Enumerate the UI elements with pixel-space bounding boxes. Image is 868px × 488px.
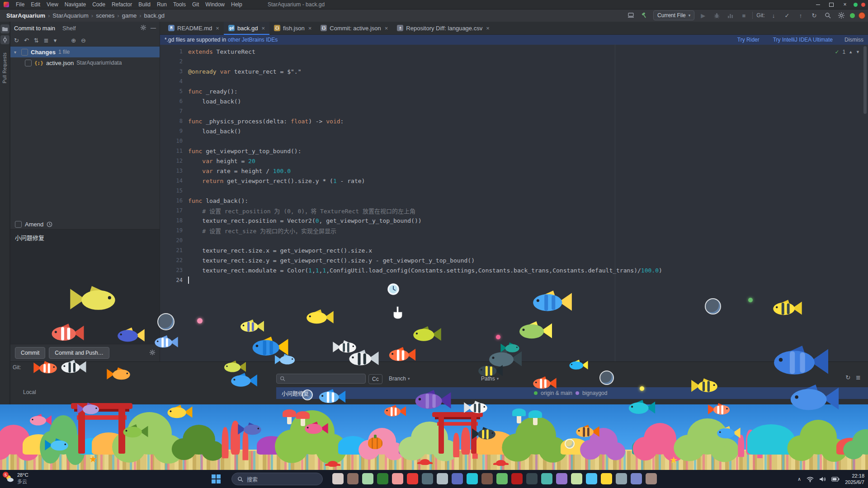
- coral: [127, 412, 172, 455]
- taskbar-app-icon-21[interactable]: [631, 473, 642, 484]
- coral: [399, 438, 426, 455]
- bubble: [565, 439, 575, 449]
- pixel-fish: [568, 360, 589, 372]
- coral: [338, 436, 368, 455]
- volume-icon[interactable]: [819, 476, 826, 482]
- taskbar-app-icon-14[interactable]: [526, 473, 538, 484]
- pixel-fish: [488, 349, 523, 370]
- screen: FileEditViewNavigateCodeRefactorBuildRun…: [0, 0, 868, 488]
- coral: [92, 432, 126, 455]
- battery-icon[interactable]: [831, 477, 840, 482]
- taskbar-app-icon-13[interactable]: [511, 473, 523, 484]
- coral: [590, 428, 618, 455]
- star-aquarium-overlay: ★★: [0, 0, 868, 488]
- pixel-fish: [462, 401, 489, 416]
- coral: [257, 436, 286, 455]
- bubble: [705, 298, 721, 314]
- notification-badge: 5: [3, 472, 9, 478]
- pixel-fish: [318, 389, 347, 406]
- temperature-label: 28°C: [17, 472, 28, 479]
- coral: [515, 417, 556, 455]
- coral: [368, 428, 396, 455]
- weather-widget[interactable]: 5 28°C 多云: [5, 472, 28, 485]
- pixel-fish: [154, 335, 179, 351]
- taskbar-app-icon-8[interactable]: [437, 473, 448, 484]
- pixel-fish: [383, 405, 407, 419]
- pixel-fish: [117, 327, 145, 345]
- pixel-fish: [472, 427, 496, 443]
- coral: [49, 415, 78, 455]
- pixel-fish: [500, 343, 520, 355]
- glow-dot: [640, 386, 644, 391]
- taskbar-app-icon-5[interactable]: [392, 473, 403, 484]
- pixel-fish: [51, 324, 85, 344]
- taskbar-app-icons: [332, 473, 657, 484]
- pixel-fish: [332, 340, 357, 356]
- pixel-fish: [274, 354, 295, 367]
- taskbar-app-icon-9[interactable]: [452, 473, 463, 484]
- mushroom: [512, 407, 526, 423]
- coral: [644, 423, 677, 455]
- coral: [461, 427, 470, 455]
- system-tray: ∧ 22:18 2025/6/7: [797, 470, 864, 488]
- coral: [231, 421, 240, 455]
- pixel-fish: [167, 405, 193, 421]
- torii-gate: [436, 412, 479, 454]
- taskbar-app-icon-19[interactable]: [601, 473, 612, 484]
- pixel-fish: [388, 347, 416, 364]
- clock-widget[interactable]: 22:18 2025/6/7: [845, 473, 864, 485]
- taskbar-app-icon-17[interactable]: [571, 473, 582, 484]
- tray-chevron-up-icon[interactable]: ∧: [797, 476, 801, 482]
- coral: [747, 424, 795, 455]
- pixel-fish: [523, 291, 582, 315]
- pixel-fish: [716, 426, 742, 441]
- taskbar-app-icon-15[interactable]: [541, 473, 552, 484]
- pixel-fish: [60, 360, 87, 376]
- taskbar-app-icon-1[interactable]: [332, 473, 344, 484]
- pixel-fish: [781, 385, 849, 414]
- taskbar-app-icon-12[interactable]: [496, 473, 508, 484]
- taskbar-app-icon-7[interactable]: [422, 473, 433, 484]
- pixel-fish: [413, 390, 453, 413]
- taskbar-app-icon-16[interactable]: [556, 473, 567, 484]
- taskbar-app-icon-4[interactable]: [377, 473, 388, 484]
- pumpkin: [368, 437, 382, 449]
- taskbar-app-icon-10[interactable]: [467, 473, 478, 484]
- pixel-fish: [773, 299, 802, 319]
- pixel-fish: [54, 286, 131, 314]
- pixel-fish: [306, 307, 334, 329]
- coral: [183, 425, 216, 455]
- coral: [411, 422, 448, 455]
- hand-cursor-icon: [392, 306, 404, 321]
- seabed-water: [0, 404, 868, 470]
- coral: [687, 418, 727, 455]
- mushroom: [283, 408, 296, 424]
- wifi-icon[interactable]: [807, 476, 814, 482]
- mushroom: [528, 408, 542, 425]
- pixel-fish: [237, 422, 262, 438]
- taskbar-app-icon-11[interactable]: [481, 473, 493, 484]
- tray-time-label: 22:18: [852, 473, 864, 479]
- coral: [632, 439, 657, 455]
- taskbar-app-icon-6[interactable]: [407, 473, 418, 484]
- glow-dot: [748, 298, 753, 302]
- coral: [476, 431, 514, 455]
- coral: [0, 425, 30, 455]
- coral: [852, 429, 868, 455]
- taskbar-app-icon-3[interactable]: [362, 473, 373, 484]
- pixel-fish: [348, 350, 380, 369]
- star: ★: [89, 454, 97, 465]
- taskbar-app-icon-20[interactable]: [616, 473, 627, 484]
- pixel-fish: [251, 337, 289, 359]
- start-button[interactable]: [212, 474, 221, 483]
- crab: [496, 460, 506, 466]
- search-icon: [237, 476, 243, 482]
- pixel-fish: [303, 422, 330, 437]
- taskbar-app-icon-18[interactable]: [586, 473, 597, 484]
- taskbar-app-icon-2[interactable]: [347, 473, 359, 484]
- coral: [746, 430, 755, 455]
- pixel-fish: [33, 361, 58, 376]
- crab: [420, 459, 430, 465]
- taskbar-app-icon-22[interactable]: [646, 473, 657, 484]
- taskbar-search[interactable]: 搜索: [231, 473, 323, 485]
